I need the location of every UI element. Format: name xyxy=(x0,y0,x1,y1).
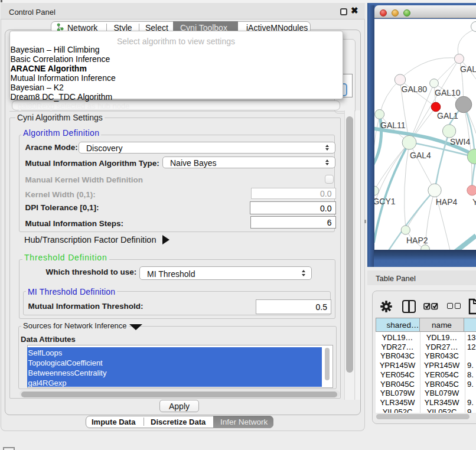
svg-text:HAP2: HAP2 xyxy=(406,236,428,245)
svg-text:GAL4: GAL4 xyxy=(410,150,431,159)
svg-text:GAL10: GAL10 xyxy=(435,88,461,97)
svg-text:GAL80: GAL80 xyxy=(402,84,428,93)
svg-text:GAL7: GAL7 xyxy=(460,64,476,73)
svg-text:YEL: YEL xyxy=(472,197,476,207)
svg-text:GAL1: GAL1 xyxy=(437,110,458,120)
svg-text:GCY1: GCY1 xyxy=(374,197,396,206)
svg-text:SWI4: SWI4 xyxy=(450,136,470,146)
svg-text:HAP4: HAP4 xyxy=(436,197,458,207)
svg-text:GAL11: GAL11 xyxy=(380,120,406,129)
